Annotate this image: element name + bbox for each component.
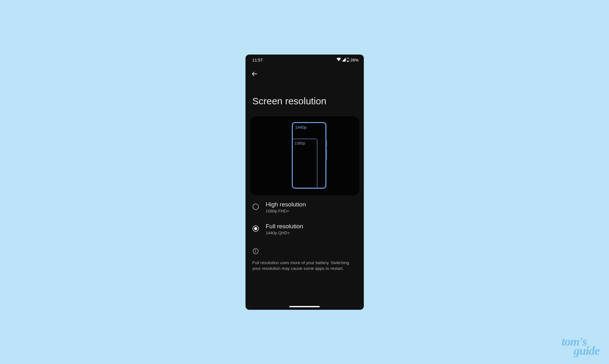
status-icons: 26% bbox=[337, 58, 358, 63]
preview-phone-1440: 1440p 1080p bbox=[292, 122, 326, 189]
option-subtitle: 1440p QHD+ bbox=[266, 231, 303, 235]
option-high-resolution[interactable]: High resolution 1080p FHD+ bbox=[252, 201, 357, 213]
battery-percent: 26% bbox=[350, 58, 358, 62]
radio-checked-icon bbox=[252, 225, 259, 232]
option-title: High resolution bbox=[266, 201, 306, 208]
clock: 11:57 bbox=[252, 58, 263, 62]
option-full-resolution[interactable]: Full resolution 1440p QHD+ bbox=[252, 223, 357, 235]
status-bar: 11:57 26% bbox=[246, 55, 364, 63]
back-button[interactable] bbox=[251, 70, 258, 79]
info-icon bbox=[252, 248, 357, 256]
cellular-icon bbox=[342, 58, 346, 62]
option-text: Full resolution 1440p QHD+ bbox=[266, 223, 303, 235]
preview-side-button bbox=[326, 140, 327, 147]
resolution-preview: 1440p 1080p bbox=[250, 116, 359, 195]
svg-point-5 bbox=[255, 250, 256, 250]
preview-phone-1080: 1080p bbox=[293, 139, 318, 187]
phone-frame: 11:57 26% Screen resolution 1440p 1080p bbox=[246, 55, 364, 310]
navigation-bar[interactable] bbox=[289, 306, 320, 307]
option-title: Full resolution bbox=[266, 223, 303, 230]
wifi-icon bbox=[337, 58, 341, 62]
preview-label-1080: 1080p bbox=[295, 141, 305, 146]
battery-icon bbox=[347, 58, 349, 63]
option-text: High resolution 1080p FHD+ bbox=[266, 201, 306, 213]
resolution-options: High resolution 1080p FHD+ Full resoluti… bbox=[252, 201, 357, 245]
option-subtitle: 1080p FHD+ bbox=[266, 209, 306, 213]
preview-side-button bbox=[326, 149, 327, 160]
svg-rect-2 bbox=[347, 61, 349, 61]
radio-unchecked-icon bbox=[252, 204, 259, 210]
watermark-logo: tom's guide bbox=[561, 337, 599, 355]
info-section: Full resolution uses more of your batter… bbox=[252, 248, 357, 272]
preview-label-1440: 1440p bbox=[295, 125, 307, 130]
page-title: Screen resolution bbox=[252, 96, 326, 107]
info-text: Full resolution uses more of your batter… bbox=[252, 260, 357, 272]
